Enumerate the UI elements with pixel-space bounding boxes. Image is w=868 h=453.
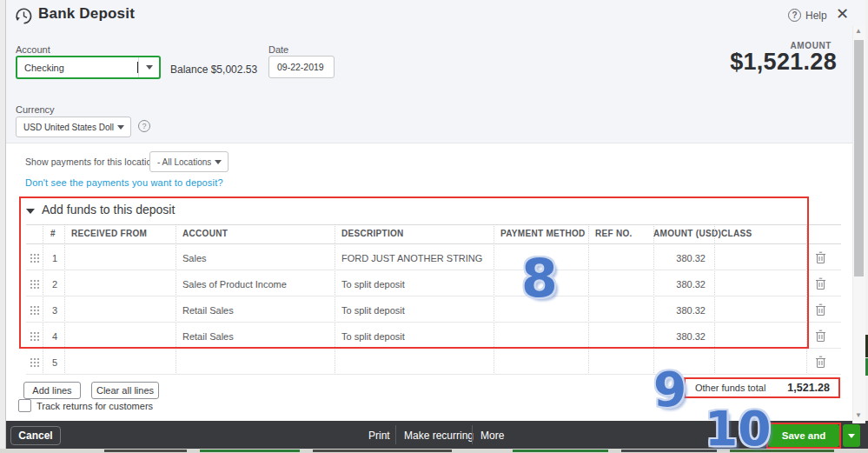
save-and-close-button[interactable]: Save and close <box>768 424 839 447</box>
location-value: - All Locations - <box>150 157 211 167</box>
cell-amount[interactable]: 380.32 <box>645 253 706 263</box>
print-button[interactable]: Print <box>368 430 390 442</box>
track-returns-label: Track returns for customers <box>36 401 153 411</box>
col-number: # <box>50 229 56 238</box>
annotation-step-8: 8 <box>521 252 558 304</box>
balance-text: Balance $5,002.53 <box>170 63 257 76</box>
currency-label: Currency <box>16 104 55 115</box>
help-icon[interactable]: ? <box>788 9 801 22</box>
delete-row-icon[interactable] <box>815 356 826 369</box>
col-description: DESCRIPTION <box>341 229 404 238</box>
delete-row-icon[interactable] <box>815 251 826 264</box>
scrollbar-thumb[interactable] <box>854 40 864 276</box>
cell-account[interactable]: Retail Sales <box>182 331 234 342</box>
annotation-step-10: 10 <box>705 405 772 453</box>
delete-row-icon[interactable] <box>815 277 826 290</box>
table-row[interactable] <box>26 296 841 323</box>
row-number: 4 <box>52 331 57 342</box>
col-payment-method: PAYMENT METHOD <box>500 229 586 238</box>
make-recurring-button[interactable]: Make recurring <box>404 430 474 442</box>
background-page-left-edge <box>0 0 6 453</box>
missing-payments-link[interactable]: Don't see the payments you want to depos… <box>25 177 223 188</box>
drag-handle-icon[interactable] <box>30 253 39 263</box>
recent-transactions-icon[interactable] <box>14 6 34 26</box>
date-label: Date <box>268 44 288 55</box>
table-row[interactable] <box>26 323 841 349</box>
close-icon[interactable]: ✕ <box>836 4 849 23</box>
track-returns-checkbox[interactable] <box>18 399 31 412</box>
cell-amount[interactable]: 380.32 <box>645 331 706 342</box>
cell-account[interactable]: Retail Sales <box>182 305 234 316</box>
col-account: ACCOUNT <box>182 229 228 238</box>
row-number: 5 <box>52 357 57 368</box>
section-title: Add funds to this deposit <box>42 203 175 217</box>
currency-help-icon[interactable]: ? <box>138 120 150 132</box>
cell-description[interactable]: To split deposit <box>341 305 405 316</box>
account-select[interactable]: Checking <box>16 56 161 79</box>
date-field[interactable]: 09-22-2019 <box>268 56 335 78</box>
add-lines-button[interactable]: Add lines <box>23 382 81 399</box>
help-link[interactable]: Help <box>805 10 827 22</box>
currency-value: USD United States Dollar <box>17 123 114 132</box>
page-title: Bank Deposit <box>38 5 135 23</box>
footer-divider <box>395 425 396 444</box>
cell-description[interactable]: To split deposit <box>341 279 405 290</box>
cancel-button[interactable]: Cancel <box>10 426 61 445</box>
chevron-down-icon <box>848 434 855 438</box>
scrollbar-up-icon[interactable]: ▲ <box>855 27 862 35</box>
delete-row-icon[interactable] <box>815 303 826 316</box>
col-class: CLASS <box>721 229 752 238</box>
more-button[interactable]: More <box>480 430 504 442</box>
other-funds-total-label: Other funds total <box>695 383 765 393</box>
drag-handle-icon[interactable] <box>30 279 39 289</box>
chevron-down-icon <box>146 65 153 70</box>
col-amount: AMOUNT (USD) <box>653 229 711 238</box>
cell-description[interactable]: To split deposit <box>341 331 405 342</box>
table-row[interactable] <box>26 270 841 296</box>
chevron-down-icon <box>215 160 222 164</box>
drag-handle-icon[interactable] <box>30 331 39 341</box>
cell-amount[interactable]: 380.32 <box>645 305 706 316</box>
location-label: Show payments for this location: <box>25 157 159 167</box>
account-select-arrow[interactable] <box>138 57 159 77</box>
footer-divider <box>472 425 473 444</box>
other-funds-total-value: 1,521.28 <box>787 382 830 394</box>
drag-handle-icon[interactable] <box>30 305 39 315</box>
cell-amount[interactable]: 380.32 <box>645 279 706 290</box>
cell-description[interactable]: FORD JUST ANOTHER STRING <box>341 253 482 263</box>
location-select[interactable]: - All Locations - <box>149 151 229 172</box>
col-received-from: RECEIVED FROM <box>71 229 147 238</box>
col-ref-no: REF NO. <box>595 229 633 238</box>
row-number: 1 <box>52 253 57 263</box>
drag-handle-icon[interactable] <box>30 357 39 367</box>
row-number: 2 <box>52 279 57 290</box>
cell-account[interactable]: Sales of Product Income <box>182 279 287 290</box>
account-value: Checking <box>17 63 136 73</box>
annotation-step-9: 9 <box>653 366 686 414</box>
account-label: Account <box>16 44 50 55</box>
currency-select[interactable]: USD United States Dollar <box>16 117 131 137</box>
section-collapse-icon[interactable] <box>26 209 35 214</box>
save-options-dropdown-button[interactable] <box>843 424 860 447</box>
table-row[interactable] <box>26 349 841 375</box>
row-number: 3 <box>52 305 57 316</box>
delete-row-icon[interactable] <box>815 330 826 343</box>
chevron-down-icon <box>117 125 124 130</box>
scrollbar-down-icon[interactable]: ▼ <box>855 411 862 419</box>
amount-value: $1,521.28 <box>730 49 837 76</box>
cell-account[interactable]: Sales <box>182 253 207 263</box>
clear-all-lines-button[interactable]: Clear all lines <box>91 382 159 399</box>
